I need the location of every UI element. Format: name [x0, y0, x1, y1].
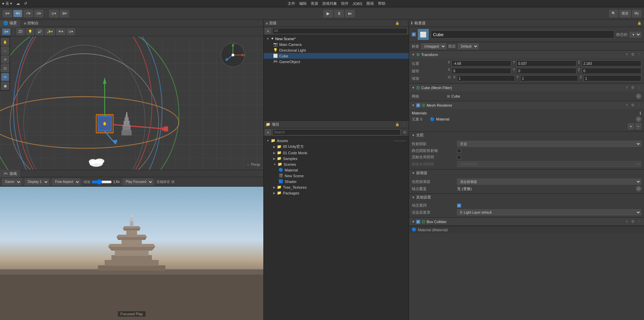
scene-gizmo-btn[interactable]: ⊕▾ [2, 28, 10, 35]
project-menu-icon[interactable]: ⋮ [401, 122, 407, 127]
scene-hand-btn[interactable]: ✋ [1, 38, 9, 46]
anchor-select-btn[interactable]: ⊙ [636, 186, 641, 191]
project-samples-folder[interactable]: ▶ 📁 Samples [264, 156, 409, 161]
project-unity-folder[interactable]: ▶ 📁 00 Unity官方 [264, 143, 409, 150]
mesh-renderer-enable[interactable] [416, 103, 420, 107]
hierarchy-item-cube[interactable]: ⬜ Cube [264, 53, 409, 59]
mesh-renderer-menu-btn[interactable]: ⋮ [637, 103, 641, 108]
game-mode-select[interactable]: Game [2, 179, 22, 185]
mesh-select-btn[interactable]: ⊙ [636, 94, 641, 99]
project-packages-folder[interactable]: ▶ 📁 Packages [264, 190, 409, 196]
mat-select-btn[interactable]: ⊙ [636, 116, 641, 122]
rotate-tool[interactable]: ↺▾ [24, 10, 33, 17]
mesh-filter-help-btn[interactable]: ? [624, 85, 629, 90]
scene-panel-menu[interactable]: ⋮ [258, 21, 263, 26]
scene-view[interactable]: ✋ ↔ ↺ ⊡ ⟳ ▣ [0, 36, 263, 170]
light-probes-select[interactable]: 混合探测器 [457, 179, 641, 185]
game-tab[interactable]: 🎮 游戏 [0, 170, 21, 177]
mesh-filter-header[interactable]: ▼ ⊞ Cube (Mesh Filter) ? ⚙ ⋮ [409, 84, 644, 91]
menu-history-icon[interactable]: ↺ [24, 1, 27, 6]
transform-menu-btn[interactable]: ⋮ [637, 52, 641, 57]
menu-user[interactable]: ● 吴 ▾ [2, 1, 12, 6]
scene-camera-btn[interactable]: 👁▾ [56, 28, 65, 35]
scene-move-btn[interactable]: ↔ [1, 47, 9, 55]
pause-button[interactable]: ⏸ [334, 10, 344, 17]
step-button[interactable]: ⏭ [345, 10, 355, 17]
grid-tool[interactable]: ⊞▾ [60, 10, 69, 17]
pos-x-input[interactable] [452, 60, 511, 66]
project-search[interactable] [272, 129, 401, 135]
tag-select[interactable]: Untagged [421, 43, 446, 49]
object-active-checkbox[interactable] [412, 32, 416, 36]
scene-fx-btn[interactable]: ✨▾ [45, 28, 55, 35]
static-dropdown[interactable]: ▾ [629, 32, 641, 37]
project-material-item[interactable]: 🔵 Material [264, 167, 409, 173]
hierarchy-item-directional-light[interactable]: 💡 Directional Light [264, 47, 409, 53]
scale-slider[interactable] [92, 180, 112, 184]
inspector-lock-icon[interactable]: 🔒 [637, 21, 642, 26]
hierarchy-add-btn[interactable]: + [265, 28, 271, 34]
project-tree-folder[interactable]: ▶ 📁 Tree_Textures [264, 184, 409, 190]
hierarchy-item-main-camera[interactable]: 📷 Main Camera [264, 42, 409, 47]
mesh-renderer-header[interactable]: ▼ ⊞ Mesh Renderer ? ⚙ ⋮ [409, 101, 644, 109]
box-collider-help-btn[interactable]: ? [624, 219, 629, 224]
rot-z-input[interactable] [582, 68, 641, 74]
project-newscene-item[interactable]: 🎬 New Scene [264, 173, 409, 179]
layer-select[interactable]: Default [458, 43, 479, 49]
mesh-renderer-settings-btn[interactable]: ⚙ [630, 103, 635, 108]
hierarchy-item-gameobject[interactable]: 🎮 GameObject [264, 59, 409, 64]
scene-gizmos-btn[interactable]: ⊙▾ [67, 28, 75, 35]
box-collider-menu-btn[interactable]: ⋮ [637, 219, 641, 224]
cast-shadows-select[interactable]: 开启 [457, 141, 641, 147]
audio-mute-label[interactable]: 音频静音 [157, 180, 170, 184]
scene-light-btn[interactable]: 💡 [26, 28, 34, 35]
pos-z-input[interactable] [582, 60, 641, 66]
rot-y-input[interactable] [517, 68, 576, 74]
scene-rotate-btn[interactable]: ↺ [1, 55, 9, 63]
project-view-icon[interactable]: ⊞ [402, 130, 407, 135]
game-aspect-select[interactable]: Free Aspect [52, 179, 80, 185]
scale-x-input[interactable] [457, 75, 515, 81]
play-focused-select[interactable]: Play Focused [123, 179, 153, 185]
box-collider-settings-btn[interactable]: ⚙ [630, 219, 635, 224]
remove-material-btn[interactable]: − [635, 123, 641, 129]
project-assets-root[interactable]: ▼ 📁 Assets ———— [264, 138, 409, 143]
box-collider-enable[interactable] [416, 220, 420, 224]
scene-scale-btn[interactable]: ⊡ [1, 64, 9, 72]
project-shader-item[interactable]: 🟦 Shader [264, 179, 409, 184]
probes-header[interactable]: ▼ 探测器 [409, 169, 644, 177]
play-button[interactable]: ▶ [324, 10, 333, 17]
hierarchy-lock-icon[interactable]: 🔒 [395, 21, 400, 26]
menu-file[interactable]: 文件 [288, 1, 295, 6]
project-code-folder[interactable]: ▶ 📁 01 Code Monk· [264, 150, 409, 156]
scene-tab[interactable]: 🌐 场景 [0, 20, 21, 27]
menu-component[interactable]: 组件 [341, 1, 349, 6]
rot-x-input[interactable] [452, 68, 511, 74]
project-scenes-folder[interactable]: ▼ 📁 Scenes [264, 161, 409, 167]
pos-y-input[interactable] [517, 60, 576, 66]
scale-y-input[interactable] [520, 75, 578, 81]
layers-dropdown[interactable]: 图层 [619, 10, 631, 17]
scale-tool[interactable]: ⊡▾ [34, 10, 43, 17]
game-display-select[interactable]: Display 1 [25, 179, 49, 185]
contribute-gi-checkbox[interactable] [457, 155, 461, 159]
menu-cloud-icon[interactable]: ☁ [16, 1, 20, 6]
add-material-btn[interactable]: + [628, 123, 634, 129]
lighting-header[interactable]: ▼ 光照 [409, 132, 644, 139]
hierarchy-menu-icon[interactable]: ⋮ [401, 21, 407, 26]
mesh-filter-menu-btn[interactable]: ⋮ [637, 85, 641, 90]
scale-z-input[interactable] [583, 75, 641, 81]
mesh-renderer-help-btn[interactable]: ? [624, 103, 629, 108]
transform-header[interactable]: ▼ ⊕ Transform ? ⚙ ⋮ [409, 51, 644, 58]
menu-assets[interactable]: 资源 [311, 1, 318, 6]
render-layer-select[interactable]: 0: Light Layer default [457, 209, 641, 215]
scene-custom-btn[interactable]: ▣ [1, 82, 9, 90]
scene-audio-btn[interactable]: 🔊 [35, 28, 44, 35]
menu-gameobject[interactable]: 游戏对象 [322, 1, 337, 6]
dynamic-occlusion-checkbox[interactable] [457, 204, 461, 208]
transform-help-btn[interactable]: ? [624, 52, 629, 57]
additional-header[interactable]: ▼ 其他设置 [409, 194, 644, 201]
menu-edit[interactable]: 编辑 [299, 1, 307, 6]
transform-tool[interactable]: ⊕▾ [3, 10, 12, 17]
move-tool[interactable]: ✥▾ [13, 10, 22, 17]
